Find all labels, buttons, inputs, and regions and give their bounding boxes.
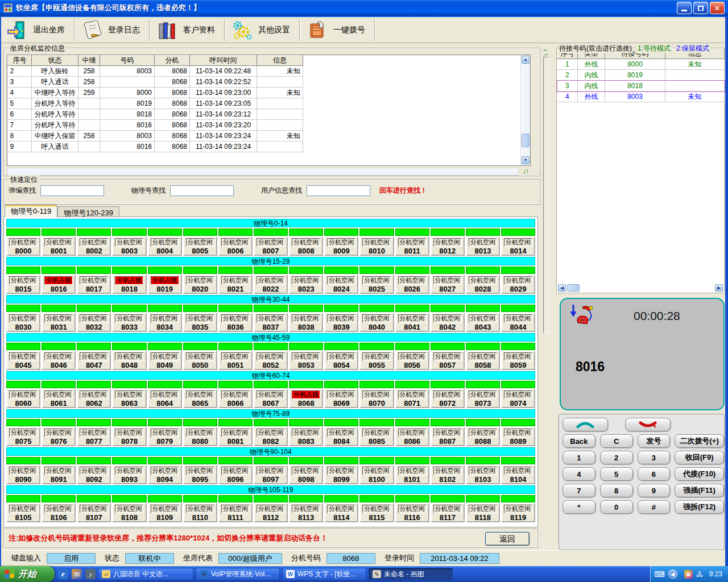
- scroll-thumb[interactable]: [522, 134, 530, 147]
- extension-cell-8110[interactable]: 分机空闲8110: [183, 495, 217, 522]
- display-tray-icon[interactable]: ▦: [684, 570, 693, 579]
- extension-cell-8035[interactable]: 分机空闲8035: [183, 305, 217, 332]
- keypad-button-F10[interactable]: 代接(F10): [675, 467, 724, 481]
- extension-cell-8027[interactable]: 分机空闲8027: [431, 267, 465, 294]
- keypad-button-6[interactable]: 6: [638, 467, 671, 481]
- pending-row[interactable]: 2内线8019: [557, 70, 725, 81]
- extension-cell-8001[interactable]: 分机空闲8001: [42, 228, 76, 256]
- keypad-button-C[interactable]: C: [600, 434, 633, 448]
- monitor-row[interactable]: 2呼入振铃2588003806811-03-14 09:22:48未知: [8, 66, 303, 77]
- extension-cell-8028[interactable]: 分机空闲8028: [466, 267, 500, 294]
- extension-cell-8024[interactable]: 分机空闲8024: [324, 267, 358, 294]
- keypad-button-3[interactable]: 3: [638, 451, 671, 464]
- extension-cell-8014[interactable]: 分机空闲8014: [501, 228, 535, 256]
- keypad-button-#[interactable]: #: [638, 500, 671, 514]
- extension-cell-8063[interactable]: 分机空闲8063: [112, 381, 146, 408]
- extension-cell-8098[interactable]: 分机空闲8098: [289, 457, 323, 484]
- extension-cell-8029[interactable]: 分机空闲8029: [501, 267, 535, 294]
- monitor-row[interactable]: 4中继呼入等待2598000806811-03-14 09:23:00未知: [8, 88, 303, 98]
- monitor-hscrollbar[interactable]: [7, 168, 519, 176]
- extension-cell-8108[interactable]: 分机空闲8108: [112, 495, 146, 522]
- monitor-row[interactable]: 6分机呼入等待8018806811-03-14 09:23:12: [8, 109, 303, 120]
- other-settings-button[interactable]: 其他设置: [226, 18, 298, 42]
- extension-cell-8086[interactable]: 分机空闲8086: [395, 419, 429, 446]
- close-button[interactable]: ✕: [710, 2, 725, 14]
- minimize-button[interactable]: [677, 2, 692, 14]
- extension-cell-8101[interactable]: 分机空闲8101: [395, 457, 429, 484]
- extension-cell-8070[interactable]: 分机空闲8070: [359, 381, 394, 408]
- extension-cell-8059[interactable]: 分机空闲8059: [501, 343, 535, 370]
- extension-cell-8092[interactable]: 分机空闲8092: [77, 457, 111, 484]
- extension-cell-8118[interactable]: 分机空闲8118: [466, 495, 500, 522]
- extension-cell-8071[interactable]: 分机空闲8071: [395, 381, 429, 408]
- extension-cell-8015[interactable]: 分机空闲8015: [6, 267, 40, 294]
- extension-cell-8057[interactable]: 分机空闲8057: [431, 343, 465, 370]
- hangup-button[interactable]: [625, 418, 671, 431]
- extension-cell-8112[interactable]: 分机空闲8112: [254, 495, 288, 522]
- extension-cell-8051[interactable]: 分机空闲8051: [218, 343, 253, 370]
- sort-arrows-icon[interactable]: ↓↑: [523, 167, 528, 175]
- extension-cell-8072[interactable]: 分机空闲8072: [431, 381, 465, 408]
- pending-hscrollbar[interactable]: ◀ ▶: [557, 284, 723, 292]
- extension-cell-8048[interactable]: 分机空闲8048: [112, 343, 146, 370]
- extension-cell-8113[interactable]: 分机空闲8113: [289, 495, 323, 522]
- keypad-button-4[interactable]: 4: [562, 467, 595, 481]
- extension-cell-8026[interactable]: 分机空闲8026: [395, 267, 429, 294]
- taskbar-task-2[interactable]: eVoIP管理系统-VoI...: [196, 568, 280, 580]
- scroll-right-button[interactable]: ▶: [715, 284, 723, 292]
- extension-cell-8004[interactable]: 分机空闲8004: [148, 228, 182, 256]
- extension-cell-8082[interactable]: 分机空闲8082: [254, 419, 288, 446]
- splitter-arrows-icon[interactable]: ←→: [539, 47, 552, 56]
- extension-cell-8084[interactable]: 分机空闲8084: [324, 419, 358, 446]
- extension-cell-8007[interactable]: 分机空闲8007: [254, 228, 288, 256]
- extension-cell-8009[interactable]: 分机空闲8009: [324, 228, 358, 256]
- extension-cell-8093[interactable]: 分机空闲8093: [112, 457, 146, 484]
- extension-cell-8104[interactable]: 分机空闲8104: [501, 457, 535, 484]
- extension-cell-8076[interactable]: 分机空闲8076: [42, 419, 76, 446]
- extension-cell-8100[interactable]: 分机空闲8100: [359, 457, 394, 484]
- extension-cell-8034[interactable]: 分机空闲8034: [148, 305, 182, 332]
- extension-cell-8016[interactable]: 分机占线8016: [42, 267, 76, 294]
- extension-cell-8055[interactable]: 分机空闲8055: [359, 343, 394, 370]
- pickup-button[interactable]: [562, 418, 608, 431]
- monitor-row[interactable]: 8中继呼入保留2588003806811-03-14 09:23:24未知: [8, 131, 303, 142]
- tab-physical-120-239[interactable]: 物理号120-239: [57, 206, 119, 217]
- extension-cell-8078[interactable]: 分机空闲8078: [112, 419, 146, 446]
- extension-cell-8031[interactable]: 分机空闲8031: [42, 305, 76, 332]
- monitor-col-header[interactable]: 呼叫时间: [190, 56, 257, 66]
- extension-cell-8091[interactable]: 分机空闲8091: [42, 457, 76, 484]
- extension-cell-8032[interactable]: 分机空闲8032: [77, 305, 111, 332]
- extension-cell-8106[interactable]: 分机空闲8106: [42, 495, 76, 522]
- pending-row[interactable]: 1外线8000未知: [557, 59, 725, 70]
- extension-cell-8041[interactable]: 分机空闲8041: [395, 305, 429, 332]
- extension-cell-8103[interactable]: 分机空闲8103: [466, 457, 500, 484]
- physnum-search-input[interactable]: [170, 185, 234, 196]
- extension-cell-8052[interactable]: 分机空闲8052: [254, 343, 288, 370]
- extension-cell-8036[interactable]: 分机空闲8036: [218, 305, 253, 332]
- keypad-button-[interactable]: 发号: [638, 434, 671, 448]
- extension-cell-8077[interactable]: 分机空闲8077: [77, 419, 111, 446]
- extension-cell-8114[interactable]: 分机空闲8114: [324, 495, 358, 522]
- tray-collapse-chevron[interactable]: ◀: [668, 569, 677, 579]
- back-button[interactable]: 返回: [485, 532, 530, 546]
- extension-cell-8081[interactable]: 分机空闲8081: [218, 419, 253, 446]
- extension-cell-8013[interactable]: 分机空闲8013: [466, 228, 500, 256]
- keypad-button-*[interactable]: *: [562, 500, 595, 514]
- extension-cell-8107[interactable]: 分机空闲8107: [77, 495, 111, 522]
- scroll-down-button[interactable]: ▼: [522, 156, 530, 164]
- monitor-vscrollbar[interactable]: ▲ ▼: [520, 55, 530, 165]
- extension-cell-8018[interactable]: 分机占线8018: [112, 267, 146, 294]
- extension-cell-8025[interactable]: 分机空闲8025: [359, 267, 394, 294]
- extension-cell-8067[interactable]: 分机空闲8067: [254, 381, 288, 408]
- tab-physical-0-119[interactable]: 物理号0-119: [5, 205, 57, 217]
- extension-cell-8045[interactable]: 分机空闲8045: [6, 343, 40, 370]
- keypad-button-+[interactable]: 二次拨号(+): [675, 434, 724, 448]
- monitor-col-header[interactable]: 序号: [8, 56, 32, 66]
- extension-cell-8044[interactable]: 分机空闲8044: [501, 305, 535, 332]
- extension-cell-8061[interactable]: 分机空闲8061: [42, 381, 76, 408]
- monitor-row[interactable]: 7分机呼入等待8016806811-03-14 09:23:20: [8, 120, 303, 131]
- extension-cell-8049[interactable]: 分机空闲8049: [148, 343, 182, 370]
- extension-cell-8050[interactable]: 分机空闲8050: [183, 343, 217, 370]
- extension-cell-8105[interactable]: 分机空闲8105: [6, 495, 40, 522]
- userinfo-search-input[interactable]: [307, 185, 370, 196]
